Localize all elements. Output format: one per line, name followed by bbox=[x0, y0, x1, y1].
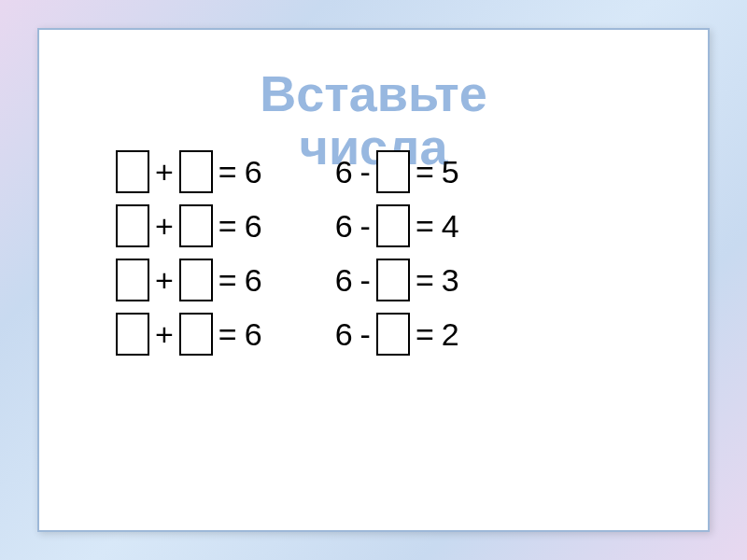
equation-row: 6 - = 4 bbox=[331, 201, 463, 251]
operator-minus: - bbox=[360, 208, 371, 245]
equation-row: + = 6 bbox=[114, 309, 266, 359]
blank-box[interactable] bbox=[376, 259, 410, 301]
right-column: 6 - = 5 6 - = 4 6 - = 3 6 bbox=[331, 147, 463, 359]
operator-plus: + bbox=[155, 154, 174, 190]
operator-minus: - bbox=[360, 262, 371, 299]
equals-sign: = bbox=[416, 154, 434, 190]
title-line-1: Вставьте bbox=[77, 67, 670, 120]
equation-row: + = 6 bbox=[114, 255, 266, 305]
equals-sign: = bbox=[416, 316, 434, 353]
left-operand: 6 bbox=[335, 262, 353, 299]
equals-sign: = bbox=[218, 262, 237, 299]
operator-plus: + bbox=[155, 316, 174, 353]
blank-box[interactable] bbox=[376, 204, 410, 247]
result-value: 3 bbox=[442, 262, 459, 299]
equals-sign: = bbox=[416, 262, 434, 299]
blank-box[interactable] bbox=[116, 204, 149, 247]
blank-box[interactable] bbox=[179, 313, 213, 356]
worksheet-card: Вставьте числа + = 6 + = 6 + bbox=[37, 28, 710, 532]
left-operand: 6 bbox=[335, 316, 353, 353]
blank-box[interactable] bbox=[179, 204, 213, 247]
blank-box[interactable] bbox=[179, 259, 213, 301]
operator-plus: + bbox=[155, 208, 174, 245]
equals-sign: = bbox=[218, 208, 237, 245]
equation-row: 6 - = 5 bbox=[331, 147, 463, 197]
result-value: 6 bbox=[245, 262, 262, 299]
equals-sign: = bbox=[218, 316, 237, 353]
blank-box[interactable] bbox=[179, 150, 213, 193]
operator-minus: - bbox=[360, 316, 371, 353]
blank-box[interactable] bbox=[116, 313, 149, 356]
left-operand: 6 bbox=[335, 154, 353, 190]
left-operand: 6 bbox=[335, 208, 353, 245]
equation-row: + = 6 bbox=[114, 147, 266, 197]
result-value: 2 bbox=[442, 316, 459, 353]
result-value: 6 bbox=[245, 316, 262, 353]
equation-row: + = 6 bbox=[114, 201, 266, 251]
result-value: 5 bbox=[442, 154, 459, 190]
blank-box[interactable] bbox=[116, 259, 149, 301]
blank-box[interactable] bbox=[376, 150, 410, 193]
blank-box[interactable] bbox=[116, 150, 149, 193]
blank-box[interactable] bbox=[376, 313, 410, 356]
equation-row: 6 - = 3 bbox=[331, 255, 463, 305]
equals-sign: = bbox=[416, 208, 434, 245]
left-column: + = 6 + = 6 + = 6 + bbox=[114, 147, 266, 359]
equation-columns: + = 6 + = 6 + = 6 + bbox=[77, 147, 670, 359]
result-value: 6 bbox=[245, 208, 262, 245]
result-value: 4 bbox=[442, 208, 459, 245]
result-value: 6 bbox=[245, 154, 262, 190]
operator-plus: + bbox=[155, 262, 174, 299]
equation-row: 6 - = 2 bbox=[331, 309, 463, 359]
equals-sign: = bbox=[218, 154, 237, 190]
operator-minus: - bbox=[360, 154, 371, 190]
